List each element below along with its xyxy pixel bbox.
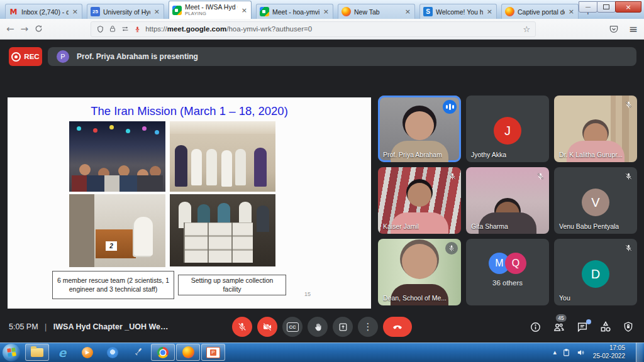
clock-date: 25-02-2022 — [593, 353, 625, 361]
system-tray: ▲ 17:05 25-02-2022 — [553, 343, 644, 362]
mic-permission-icon[interactable] — [134, 25, 141, 33]
tile-dr-k-lalitha[interactable]: Dr. K Lalitha Gurupr... — [554, 96, 637, 162]
show-desktop-button[interactable] — [636, 343, 643, 362]
lock-icon[interactable] — [109, 25, 116, 33]
avatar: J — [494, 117, 521, 145]
taskbar-internet-explorer[interactable]: e — [50, 344, 74, 361]
pocket-icon[interactable] — [609, 25, 619, 34]
tab-welcome[interactable]: S Welcome! You have s × — [419, 4, 497, 19]
firefox-icon — [182, 346, 194, 358]
tab-title: Inbox (2,740) - deann — [21, 8, 69, 16]
tab-meet-second[interactable]: Meet - hoa-ymvi-wrk × — [256, 4, 333, 19]
chat-button[interactable] — [576, 321, 589, 333]
host-controls-button[interactable] — [623, 321, 634, 333]
tile-prof-priya-abraham[interactable]: Prof. Priya Abraham — [378, 96, 461, 162]
meeting-title: IWSA Hyd Chapter _UOH Webinar Advanc... — [53, 322, 173, 331]
slide-photo-airport-team-selfie — [69, 121, 165, 192]
activities-button[interactable] — [599, 321, 612, 333]
tile-dean-school-of-medicine[interactable]: Dean, School of Me... — [378, 239, 461, 305]
taskbar-media-player[interactable]: ▶ — [75, 344, 99, 361]
window-controls: — × — [579, 1, 641, 13]
chat-notification-dot — [586, 319, 591, 324]
tab-meet-active[interactable]: Meet - IWSA Hyd Ch PLAYING × — [169, 1, 252, 19]
screen: M Inbox (2,740) - deann × 25 University … — [0, 0, 644, 362]
present-button[interactable] — [333, 317, 353, 337]
tile-you[interactable]: D You — [554, 239, 637, 305]
back-button[interactable]: ← — [6, 25, 14, 34]
tile-36-others[interactable]: M Q 36 others — [466, 239, 549, 305]
mic-off-button[interactable] — [232, 317, 252, 337]
reload-button[interactable] — [35, 25, 43, 34]
activities-icon — [599, 321, 612, 333]
leave-call-button[interactable] — [383, 317, 412, 337]
presenter-avatar: P — [57, 50, 69, 63]
meeting-details-button[interactable] — [530, 321, 541, 333]
slide-page-number: 15 — [304, 291, 311, 297]
close-button[interactable]: × — [615, 1, 641, 13]
desk-number-card: 2 — [106, 241, 117, 251]
recording-badge: REC — [9, 47, 42, 66]
taskbar-explorer[interactable] — [25, 344, 49, 361]
tab-captive-portal[interactable]: Captive portal detect × — [501, 4, 579, 19]
tab-close-icon[interactable]: × — [72, 8, 79, 16]
forward-button[interactable]: → — [21, 25, 29, 34]
hidden-icons-arrow[interactable]: ▲ — [553, 350, 556, 355]
tab-close-icon[interactable]: × — [153, 8, 160, 16]
mic-off-icon — [535, 171, 545, 181]
permissions-icon[interactable] — [121, 25, 130, 33]
participant-name: Gita Sharma — [471, 222, 508, 230]
taskbar-powerpoint[interactable]: P — [201, 344, 225, 361]
tab-close-icon[interactable]: × — [486, 8, 493, 16]
tab-gmail-inbox[interactable]: M Inbox (2,740) - deann × — [5, 4, 82, 19]
tile-venu-babu-pentyala[interactable]: V Venu Babu Pentyala — [554, 167, 637, 234]
camera-off-button[interactable] — [257, 317, 277, 337]
raise-hand-button[interactable] — [308, 317, 328, 337]
taskbar-recorder[interactable] — [126, 344, 150, 361]
url-text[interactable]: https://meet.google.com/hoa-ymvi-wrk?aut… — [145, 25, 518, 33]
taskbar-chrome[interactable] — [151, 344, 175, 361]
url-bar[interactable]: https://meet.google.com/hoa-ymvi-wrk?aut… — [91, 21, 536, 37]
maximize-button[interactable] — [597, 1, 616, 13]
slide-title: The Iran Mission (March 1 – 18, 2020) — [8, 104, 371, 118]
meeting-time: 5:05 PM — [9, 322, 38, 331]
more-options-button[interactable]: ⋮ — [358, 317, 378, 337]
tab-university[interactable]: 25 University of Hyderab × — [87, 4, 164, 19]
browser-nav-bar: ← → https://meet.google.com/hoa-ymvi-wrk… — [0, 19, 644, 40]
meet-icon — [260, 7, 269, 16]
meeting-info: 5:05 PM | IWSA Hyd Chapter _UOH Webinar … — [9, 311, 173, 343]
meet-control-bar: 5:05 PM | IWSA Hyd Chapter _UOH Webinar … — [0, 311, 644, 343]
action-center-icon[interactable] — [562, 348, 570, 357]
minimize-button[interactable]: — — [579, 1, 597, 13]
bookmark-star-icon[interactable]: ☆ — [523, 25, 531, 34]
calendar-icon: 25 — [91, 7, 100, 16]
panel-icons: 45 — [530, 311, 634, 343]
participant-name: Prof. Priya Abraham — [383, 151, 442, 158]
menu-icon[interactable]: ≡ — [629, 23, 638, 35]
tile-gita-sharma[interactable]: Gita Sharma — [466, 167, 549, 234]
tracking-shield-icon[interactable] — [96, 25, 104, 33]
taskbar-firefox[interactable] — [176, 344, 200, 361]
taskbar-clock[interactable]: 17:05 25-02-2022 — [593, 344, 625, 360]
captions-icon: CC — [287, 322, 299, 332]
captions-button[interactable]: CC — [282, 317, 303, 337]
mic-off-icon — [623, 171, 633, 181]
browser-tab-bar: M Inbox (2,740) - deann × 25 University … — [0, 0, 644, 19]
tab-close-icon[interactable]: × — [404, 8, 411, 16]
mic-off-icon — [623, 243, 633, 253]
tab-close-icon[interactable]: × — [568, 8, 575, 16]
participant-name: Dean, School of Me... — [383, 294, 447, 302]
start-button[interactable] — [3, 344, 20, 361]
tab-close-icon[interactable]: × — [323, 8, 330, 16]
windows-logo-icon — [7, 348, 16, 357]
participants-button[interactable]: 45 — [552, 321, 565, 333]
speaker-icon[interactable] — [576, 348, 586, 357]
tab-new-tab[interactable]: New Tab × — [338, 4, 415, 19]
tile-jyothy-akka[interactable]: J Jyothy Akka — [466, 96, 549, 162]
taskbar-chromium[interactable] — [101, 344, 125, 361]
tile-kaiser-jamil[interactable]: Kaiser Jamil — [378, 167, 461, 234]
tab-close-icon[interactable]: × — [241, 6, 248, 14]
record-icon — [11, 52, 21, 62]
participant-name: You — [559, 294, 570, 302]
slide-caption-collection-facility: Setting up sample collection facility — [178, 275, 286, 295]
tab-title: Meet - hoa-ymvi-wrk — [272, 8, 319, 16]
